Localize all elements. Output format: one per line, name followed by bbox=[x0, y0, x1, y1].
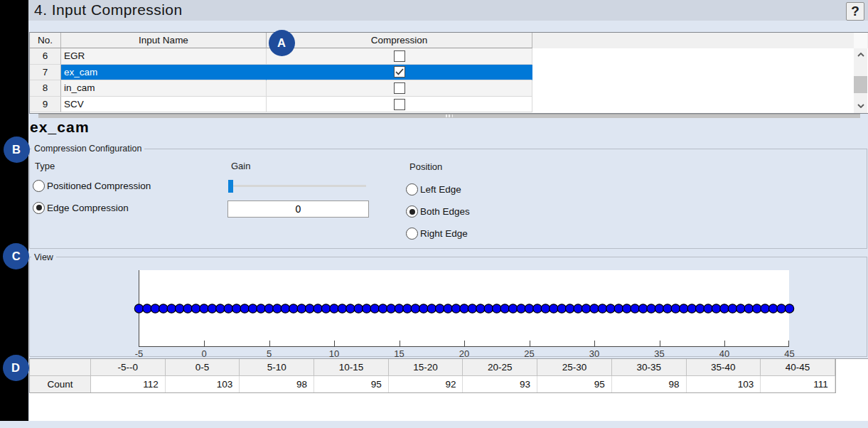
scroll-down-button[interactable] bbox=[854, 100, 867, 112]
compression-checkbox[interactable] bbox=[394, 50, 405, 62]
scatter-point bbox=[321, 304, 330, 313]
scatter-point bbox=[712, 304, 720, 313]
radio-button-icon[interactable] bbox=[406, 205, 418, 218]
scatter-point bbox=[476, 304, 485, 313]
compression-checkbox[interactable] bbox=[394, 66, 405, 77]
compression-checkbox[interactable] bbox=[394, 82, 405, 94]
radio-button-icon[interactable] bbox=[406, 183, 418, 196]
histogram-count-value: 103 bbox=[687, 376, 761, 392]
radio-type-positioned-compression[interactable]: Positioned Compression bbox=[33, 180, 151, 192]
x-axis-tick-label: 0 bbox=[201, 348, 206, 359]
scatter-point bbox=[590, 304, 599, 313]
input-table-row-in_cam[interactable]: 8in_cam bbox=[30, 80, 868, 97]
radio-button-icon[interactable] bbox=[33, 180, 45, 192]
radio-position-both-edges[interactable]: Both Edges bbox=[406, 205, 470, 218]
scatter-point bbox=[435, 304, 444, 313]
column-header-no: No. bbox=[30, 33, 61, 48]
input-name-cell[interactable]: ex_cam bbox=[61, 65, 267, 81]
histogram-count-value: 98 bbox=[240, 376, 314, 392]
histogram-bin-header: 10-15 bbox=[314, 359, 389, 376]
chevron-down-icon bbox=[857, 104, 864, 108]
scatter-point bbox=[273, 304, 282, 313]
scatter-point bbox=[444, 304, 452, 313]
scatter-point bbox=[508, 304, 517, 313]
input-name-cell[interactable]: EGR bbox=[61, 48, 267, 65]
histogram-count-value: 112 bbox=[91, 376, 166, 392]
input-table: No. Input Name Compression 6EGR7ex_cam8i… bbox=[29, 32, 868, 114]
scatter-point bbox=[411, 304, 419, 313]
scrollbar-top-spacer bbox=[854, 33, 867, 48]
radio-button-icon[interactable] bbox=[33, 202, 45, 214]
scatter-point bbox=[134, 304, 143, 313]
scatter-point bbox=[777, 304, 786, 313]
compression-checkbox[interactable] bbox=[394, 99, 405, 110]
scatter-point bbox=[753, 304, 761, 313]
radio-position-left-edge[interactable]: Left Edge bbox=[406, 183, 461, 196]
histogram-count-value: 98 bbox=[612, 376, 687, 392]
compression-cell bbox=[267, 80, 532, 97]
scatter-point bbox=[378, 304, 387, 313]
scatter-point bbox=[232, 304, 241, 313]
position-label: Position bbox=[409, 161, 442, 172]
scatter-point bbox=[191, 304, 200, 313]
scatter-point bbox=[744, 304, 753, 313]
vertical-scrollbar[interactable] bbox=[854, 33, 867, 113]
histogram-row-label: Count bbox=[30, 376, 91, 392]
histogram-count-value: 93 bbox=[463, 376, 537, 392]
scatter-point bbox=[175, 304, 183, 313]
scatter-point bbox=[623, 304, 631, 313]
input-table-row-EGR[interactable]: 6EGR bbox=[30, 48, 868, 65]
histogram-bin-header: 25-30 bbox=[537, 359, 612, 376]
histogram-count-value: 95 bbox=[314, 376, 389, 392]
view-legend: View bbox=[31, 252, 56, 262]
gain-input-field[interactable]: 0 bbox=[227, 200, 369, 218]
radio-type-edge-compression[interactable]: Edge Compression bbox=[33, 202, 129, 214]
input-name-cell[interactable]: in_cam bbox=[61, 80, 267, 97]
x-axis-tick-label: 15 bbox=[394, 348, 404, 359]
scatter-point bbox=[647, 304, 655, 313]
scatter-point bbox=[387, 304, 395, 313]
histogram-bin-header: 20-25 bbox=[463, 359, 537, 376]
gain-label: Gain bbox=[231, 161, 250, 171]
scatter-point bbox=[687, 304, 696, 313]
radio-label: Both Edges bbox=[420, 206, 470, 217]
vertical-scrollbar-thumb[interactable] bbox=[854, 76, 867, 93]
radio-label: Positioned Compression bbox=[47, 181, 151, 191]
gain-slider-track[interactable] bbox=[232, 185, 366, 187]
scatter-point bbox=[183, 304, 192, 313]
x-axis-tick-label: 20 bbox=[459, 348, 469, 359]
scrollbar-grip-icon bbox=[446, 114, 453, 117]
scatter-point bbox=[582, 304, 590, 313]
scatter-point bbox=[598, 304, 606, 313]
type-label: Type bbox=[35, 161, 55, 171]
chevron-up-icon bbox=[857, 53, 864, 57]
radio-position-right-edge[interactable]: Right Edge bbox=[406, 228, 468, 240]
x-axis-tick bbox=[530, 341, 530, 347]
row-number-cell: 7 bbox=[30, 65, 61, 81]
histogram-bin-header: -5--0 bbox=[91, 359, 166, 376]
x-axis-tick-label: -5 bbox=[135, 348, 144, 359]
scatter-point bbox=[354, 304, 363, 313]
scatter-point bbox=[606, 304, 615, 313]
radio-label: Left Edge bbox=[420, 184, 461, 195]
histogram-bin-header: 15-20 bbox=[389, 359, 464, 376]
input-name-cell[interactable]: SCV bbox=[61, 97, 267, 113]
histogram-bin-header: 35-40 bbox=[687, 359, 761, 376]
scatter-point bbox=[200, 304, 208, 313]
row-number-cell: 6 bbox=[30, 48, 61, 65]
selected-input-heading: ex_cam bbox=[30, 119, 90, 136]
x-axis-tick bbox=[660, 341, 660, 347]
scatter-point bbox=[167, 304, 176, 313]
scroll-up-button[interactable] bbox=[854, 48, 867, 60]
x-axis-tick bbox=[204, 341, 205, 347]
scatter-point bbox=[346, 304, 355, 313]
annotation-badge-a: A bbox=[269, 30, 295, 56]
scatter-point bbox=[550, 304, 558, 313]
histogram-bin-header: 0-5 bbox=[166, 359, 240, 376]
input-table-row-ex_cam[interactable]: 7ex_cam bbox=[30, 65, 868, 81]
x-axis-tick bbox=[334, 341, 335, 347]
help-button[interactable]: ? bbox=[846, 2, 864, 21]
input-table-row-SCV[interactable]: 9SCV bbox=[30, 97, 868, 113]
gain-slider-thumb[interactable] bbox=[228, 180, 233, 193]
radio-button-icon[interactable] bbox=[406, 228, 418, 240]
